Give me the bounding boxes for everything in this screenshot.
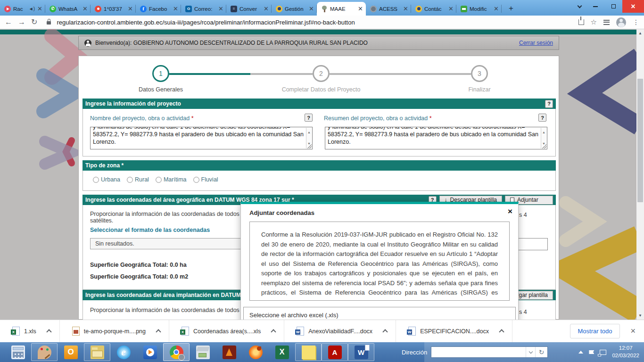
adjuntar-coordenadas-modal: Adjuntar coordenadas × Conforme a la Res… <box>240 202 519 320</box>
tab-correo[interactable]: O Correo: ✕ <box>181 2 226 16</box>
word-file-icon: W <box>297 327 304 336</box>
wizard-line <box>330 73 471 75</box>
radio-urbana[interactable] <box>93 177 99 183</box>
page-scrollbar[interactable]: ▲ ▼ <box>636 29 644 320</box>
outlook-icon[interactable]: O <box>58 343 84 361</box>
logout-link[interactable]: Cerrar sesión <box>519 40 553 46</box>
tab-close-icon[interactable]: ✕ <box>264 6 269 12</box>
fire-app-icon[interactable] <box>216 343 242 361</box>
window-restore-button[interactable] <box>604 0 622 13</box>
downloads-close-icon[interactable]: × <box>630 326 636 336</box>
image-file-icon <box>72 327 80 336</box>
chevron-up-icon[interactable] <box>382 329 388 334</box>
tab-close-icon[interactable]: ✕ <box>173 6 178 12</box>
download-item[interactable]: X Coordenadas área(s....xls <box>169 320 284 342</box>
bookmark-star-icon[interactable]: ☆ <box>591 18 597 26</box>
resize-handle-icon[interactable] <box>307 144 312 148</box>
firefox-icon[interactable] <box>242 343 269 361</box>
network-icon[interactable] <box>600 350 606 355</box>
file-explorer-icon[interactable] <box>84 343 110 361</box>
chevron-up-icon[interactable] <box>156 329 161 334</box>
back-icon[interactable]: ← <box>5 18 12 26</box>
tab-audio-icon: ◄) <box>29 6 35 11</box>
reload-icon[interactable]: ↻ <box>31 18 37 26</box>
tray-expand-icon[interactable] <box>578 351 583 354</box>
chevron-up-icon[interactable] <box>46 329 51 334</box>
wizard-step-1[interactable]: 1 <box>152 65 169 82</box>
show-all-button[interactable]: Mostrar todo <box>570 324 620 338</box>
scroll-down-icon[interactable]: ▼ <box>636 312 644 320</box>
file-select-box[interactable]: Seleccione el archivo excel (.xls) <box>243 307 516 320</box>
action-center-flag-icon[interactable] <box>589 350 594 354</box>
tab-close-icon[interactable]: ✕ <box>494 6 499 12</box>
download-item[interactable]: W ESPECIFICACION....docx <box>396 320 512 342</box>
wizard-step-2[interactable]: 2 <box>313 65 330 82</box>
tab-close-icon[interactable]: ✕ <box>37 6 42 12</box>
help-button[interactable]: ? <box>545 100 553 108</box>
media-player-icon[interactable] <box>137 343 163 361</box>
word-icon[interactable]: W <box>348 343 374 361</box>
tab-radio[interactable]: Rac ◄) ✕ <box>0 2 45 16</box>
help-button[interactable]: ? <box>305 114 313 122</box>
geo-side-input[interactable] <box>518 238 548 250</box>
excel-icon[interactable]: X <box>269 343 295 361</box>
tab-converter[interactable]: ≡ Conver ✕ <box>226 2 272 16</box>
address-go-icon[interactable]: ↻ <box>535 347 547 357</box>
tab-maps[interactable]: 1°03'37 ✕ <box>91 2 136 16</box>
address-bar[interactable]: regularizacion-control.ambiente.gob.ec/s… <box>57 19 572 26</box>
chevron-up-icon[interactable] <box>499 329 504 334</box>
tab-whatsapp[interactable]: ✆ WhatsA ✕ <box>45 2 91 16</box>
chrome-icon[interactable] <box>163 343 190 361</box>
calculator-icon[interactable] <box>5 343 31 361</box>
formato-coordenadas-link[interactable]: Seleccionar el formato de las coordenada… <box>90 227 210 233</box>
tab-close-icon[interactable]: ✕ <box>309 6 314 12</box>
page-content: Bienvenido(a): GOBIERNO AUTONOMO DESCENT… <box>0 29 644 320</box>
window-close-button[interactable]: × <box>622 0 644 13</box>
tab-facebook[interactable]: f Facebo ✕ <box>136 2 181 16</box>
reading-list-icon[interactable] <box>603 20 610 25</box>
tab-close-icon[interactable]: ✕ <box>358 6 363 12</box>
tab-close-icon[interactable]: ✕ <box>83 6 88 12</box>
radio-maritima[interactable] <box>156 177 162 183</box>
menu-dots-icon[interactable]: ⋮ <box>633 18 639 26</box>
wizard-step-3[interactable]: 3 <box>471 65 488 82</box>
scrollbar-thumb[interactable] <box>637 79 643 202</box>
radio-fluvial[interactable] <box>193 177 199 183</box>
resumen-textarea[interactable]: y luminarias de sodio) en la calle 1 de … <box>325 127 547 149</box>
taskbar-clock[interactable]: 12:07 02/03/2022 <box>612 345 639 359</box>
tab-contacto[interactable]: Contác ✕ <box>411 2 456 16</box>
resize-handle-icon[interactable] <box>542 144 546 148</box>
modal-close-icon[interactable]: × <box>508 207 512 215</box>
browser-toolbar: ← → ↻ regularizacion-control.ambiente.go… <box>0 16 644 29</box>
tab-close-icon[interactable]: ✕ <box>218 6 223 12</box>
radio-rural[interactable] <box>127 177 133 183</box>
scanner-icon[interactable] <box>190 343 216 361</box>
tab-modificacion[interactable]: Modific ✕ <box>456 2 502 16</box>
address-toolbar-input[interactable] <box>431 347 526 357</box>
tab-acess[interactable]: ACESS ✕ <box>366 2 411 16</box>
address-dropdown-icon[interactable] <box>526 347 535 357</box>
acrobat-icon[interactable]: A <box>322 343 348 361</box>
scroll-up-icon[interactable]: ▲ <box>636 29 644 37</box>
share-icon[interactable] <box>578 19 584 25</box>
download-item[interactable]: te-amo-porque-m....png <box>60 320 169 342</box>
paint-icon[interactable] <box>31 343 58 361</box>
download-item[interactable]: W AnexoViabilidadF....docx <box>284 320 396 342</box>
download-item[interactable]: X 1.xls <box>0 320 60 342</box>
tab-close-icon[interactable]: ✕ <box>403 6 408 12</box>
sticky-notes-icon[interactable] <box>295 343 322 361</box>
profile-avatar[interactable] <box>616 17 626 27</box>
tab-close-icon[interactable]: ✕ <box>128 6 133 12</box>
window-minimize-button[interactable] <box>586 0 604 13</box>
nombre-textarea[interactable]: y luminarias de sodio) en la calle 1 de … <box>90 127 313 149</box>
tab-search-chevron-icon[interactable] <box>572 0 586 13</box>
internet-explorer-icon[interactable]: e <box>110 343 137 361</box>
address-toolbar: Dirección ↻ <box>402 346 548 358</box>
tab-gestion[interactable]: Gestión ✕ <box>272 2 317 16</box>
chevron-up-icon[interactable] <box>271 329 276 334</box>
tab-maae-active[interactable]: MAAE ✕ <box>317 2 366 16</box>
new-tab-button[interactable]: + <box>504 2 518 15</box>
tab-close-icon[interactable]: ✕ <box>448 6 454 12</box>
help-button[interactable]: ? <box>538 114 546 122</box>
forward-icon[interactable]: → <box>18 18 25 26</box>
